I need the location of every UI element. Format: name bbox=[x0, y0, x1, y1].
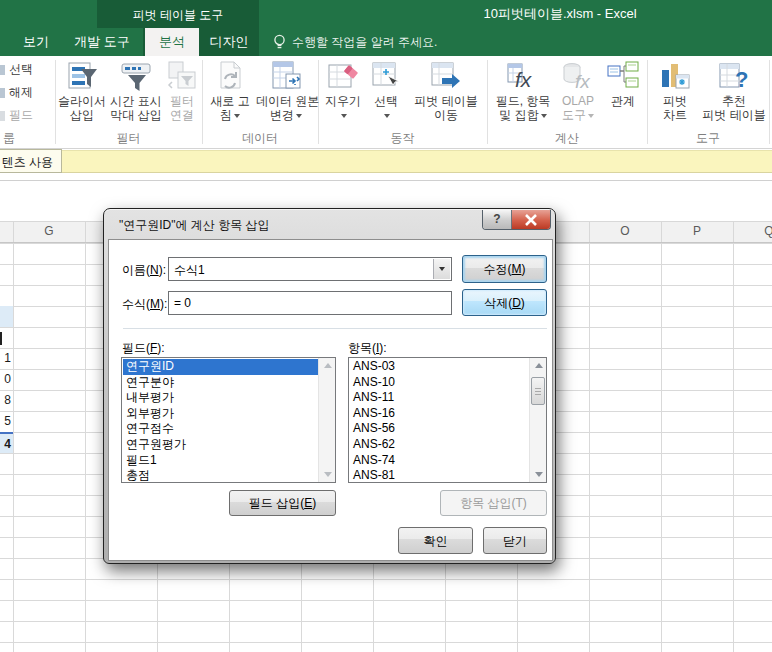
svg-text:fx: fx bbox=[515, 68, 533, 91]
list-item[interactable]: 연구점수 bbox=[123, 421, 318, 437]
dropdown-arrow-icon bbox=[234, 114, 240, 118]
select-button[interactable]: 선택 bbox=[366, 60, 406, 128]
recommended-pivottables-icon: ? bbox=[718, 60, 750, 92]
list-item[interactable]: 외부평가 bbox=[123, 406, 318, 422]
modify-button[interactable]: 수정(M) bbox=[462, 255, 547, 283]
clipped-icon bbox=[0, 88, 5, 98]
tab-view[interactable]: 보기 bbox=[10, 28, 62, 56]
clipped-cell-value: 8 bbox=[0, 390, 13, 411]
items-listbox[interactable]: ANS-03 ANS-10 ANS-11 ANS-16 ANS-56 ANS-6… bbox=[348, 357, 547, 483]
column-header-o[interactable]: O bbox=[589, 224, 661, 238]
list-item[interactable]: 연구분야 bbox=[123, 375, 318, 391]
list-item[interactable]: 연구원평가 bbox=[123, 437, 318, 453]
refresh-button[interactable]: 새로 고침 bbox=[206, 60, 254, 128]
enable-content-button[interactable]: 텐츠 사용 bbox=[0, 149, 62, 173]
recommended-pivottables-button[interactable]: ? 추천피벗 테이블 bbox=[700, 60, 768, 128]
column-header-q[interactable]: Q bbox=[733, 224, 772, 238]
fields-items-sets-icon: fx bbox=[507, 60, 539, 92]
name-label: 이름(N): bbox=[122, 262, 166, 279]
group-label-data: 데이터 bbox=[202, 131, 318, 145]
close-button[interactable] bbox=[512, 210, 550, 229]
pivotchart-button[interactable]: 피벗차트 bbox=[652, 60, 698, 128]
list-item[interactable]: ANS-10 bbox=[350, 375, 529, 391]
chevron-down-icon bbox=[439, 267, 445, 271]
delete-button[interactable]: 삭제(D) bbox=[462, 289, 547, 316]
excel-window: 피벗 테이블 도구 10피벗테이블.xlsm - Excel 보기 개발 도구 … bbox=[0, 0, 772, 652]
clear-button[interactable]: 지우기 bbox=[323, 60, 363, 128]
group-label-filter: 필터 bbox=[55, 131, 202, 145]
tab-design[interactable]: 디자인 bbox=[199, 28, 259, 56]
ribbon-button-ungroup[interactable]: 해제 bbox=[0, 84, 33, 100]
name-combobox[interactable]: 수식1 bbox=[168, 257, 452, 281]
fields-scrollbar[interactable] bbox=[318, 358, 335, 482]
svg-text:?: ? bbox=[735, 67, 748, 92]
close-icon bbox=[525, 214, 537, 226]
list-item[interactable]: 필드1 bbox=[123, 453, 318, 469]
formula-input[interactable]: = 0 bbox=[168, 291, 452, 315]
divider bbox=[0, 180, 772, 181]
clipped-icon bbox=[0, 111, 5, 121]
dialog-caption-buttons: ? bbox=[482, 210, 551, 230]
clipped-total-cell: 4 bbox=[0, 432, 13, 453]
refresh-icon bbox=[214, 60, 246, 92]
divider bbox=[123, 328, 547, 329]
clear-icon bbox=[327, 60, 359, 92]
olap-tools-button: fx OLAP도구 bbox=[557, 60, 599, 128]
tab-developer[interactable]: 개발 도구 bbox=[62, 28, 142, 56]
list-item[interactable]: ANS-74 bbox=[350, 453, 529, 469]
list-item[interactable]: ANS-03 bbox=[350, 359, 529, 375]
items-label: 항목(I): bbox=[348, 340, 387, 357]
list-item[interactable]: 총점 bbox=[123, 468, 318, 484]
combo-dropdown-button[interactable] bbox=[433, 259, 450, 279]
select-icon bbox=[370, 60, 402, 92]
dialog-body: 이름(N): 수식1 수정(M) 수식(M): = 0 삭제(D) 필드(F):… bbox=[108, 239, 553, 561]
insert-field-button[interactable]: 필드 삽입(E) bbox=[229, 490, 336, 516]
list-item[interactable]: ANS-62 bbox=[350, 437, 529, 453]
list-item[interactable]: ANS-81 bbox=[350, 468, 529, 484]
dialog-close-button[interactable]: 닫기 bbox=[483, 527, 547, 554]
pivotchart-icon bbox=[659, 60, 691, 92]
help-button[interactable]: ? bbox=[483, 210, 512, 229]
olap-tools-icon: fx bbox=[562, 60, 594, 92]
insert-slicer-button[interactable]: 슬라이서삽입 bbox=[58, 60, 106, 128]
relationships-icon bbox=[607, 60, 639, 92]
move-pivottable-button[interactable]: 피벗 테이블이동 bbox=[408, 60, 484, 128]
filter-connections-icon bbox=[166, 60, 198, 92]
svg-text:fx: fx bbox=[575, 71, 591, 92]
ribbon-button-group-select[interactable]: 선택 bbox=[0, 61, 33, 77]
scrollbar-thumb[interactable] bbox=[531, 377, 545, 405]
fields-items-sets-button[interactable]: fx 필드, 항목및 집합 bbox=[491, 60, 555, 128]
ribbon-button-group-field: 필드 bbox=[0, 107, 33, 123]
clipped-cell-value: 5 bbox=[0, 411, 13, 432]
list-item[interactable]: 연구원ID bbox=[123, 359, 318, 375]
column-header-p[interactable]: P bbox=[661, 224, 733, 238]
group-label-actions: 동작 bbox=[318, 131, 487, 145]
relationships-button[interactable]: 관계 bbox=[601, 60, 645, 128]
contextual-tab-header: 피벗 테이블 도구 bbox=[97, 0, 259, 28]
move-pivottable-icon bbox=[430, 60, 462, 92]
slicer-icon bbox=[66, 60, 98, 92]
column-header-g[interactable]: G bbox=[13, 224, 85, 238]
tell-me-box[interactable]: 수행할 작업을 알려 주세요. bbox=[292, 28, 462, 56]
dropdown-arrow-icon bbox=[296, 114, 302, 118]
group-label-calculations: 계산 bbox=[487, 131, 647, 145]
security-message-bar bbox=[0, 150, 772, 173]
change-data-source-button[interactable]: 데이터 원본변경 bbox=[256, 60, 316, 128]
ok-button[interactable]: 확인 bbox=[398, 527, 473, 554]
fields-label: 필드(F): bbox=[122, 340, 165, 357]
group-label-tools: 도구 bbox=[647, 131, 769, 145]
dropdown-arrow-icon bbox=[384, 114, 390, 118]
group-label-group: 룹 bbox=[0, 131, 18, 145]
clipped-cell-fragment bbox=[0, 332, 2, 345]
scroll-down-icon bbox=[324, 472, 332, 477]
fields-listbox[interactable]: 연구원ID 연구분야 내부평가 외부평가 연구점수 연구원평가 필드1 총점 bbox=[121, 357, 336, 483]
clipped-cell-value: 0 bbox=[0, 369, 13, 390]
list-item[interactable]: ANS-56 bbox=[350, 421, 529, 437]
list-item[interactable]: ANS-16 bbox=[350, 406, 529, 422]
tab-analyze[interactable]: 분석 bbox=[145, 28, 199, 56]
items-scrollbar[interactable] bbox=[529, 358, 546, 482]
list-item[interactable]: ANS-11 bbox=[350, 390, 529, 406]
list-item[interactable]: 내부평가 bbox=[123, 390, 318, 406]
insert-timeline-button[interactable]: 시간 표시막대 삽입 bbox=[108, 60, 164, 128]
clipped-icon bbox=[0, 65, 5, 75]
